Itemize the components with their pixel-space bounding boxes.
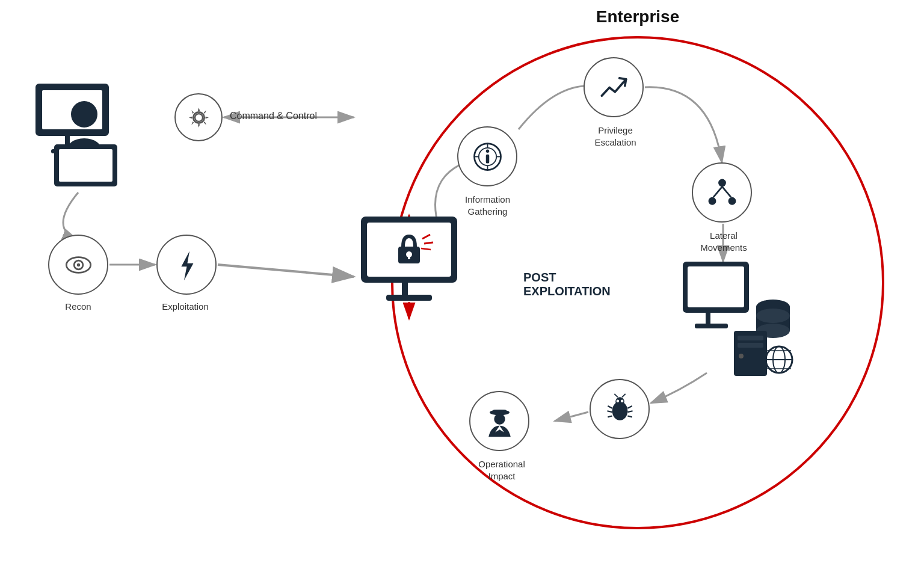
command-control-label: Command & Control bbox=[230, 110, 350, 123]
svg-line-70 bbox=[608, 416, 612, 417]
svg-rect-37 bbox=[485, 154, 489, 163]
bug-circle bbox=[590, 379, 650, 439]
svg-point-78 bbox=[494, 413, 505, 424]
attacker-icon bbox=[24, 78, 144, 186]
operational-impact-label: OperationalImpact bbox=[460, 458, 544, 482]
diagram-container: Enterprise bbox=[0, 0, 924, 575]
svg-rect-30 bbox=[408, 254, 410, 259]
svg-line-73 bbox=[627, 416, 632, 417]
enterprise-circle bbox=[391, 36, 884, 529]
svg-point-36 bbox=[485, 149, 489, 153]
info-gathering-label: InformationGathering bbox=[450, 194, 525, 217]
svg-line-71 bbox=[627, 406, 632, 408]
svg-line-45 bbox=[713, 186, 722, 197]
svg-point-43 bbox=[708, 197, 716, 204]
svg-rect-57 bbox=[738, 343, 763, 348]
enterprise-label: Enterprise bbox=[391, 7, 884, 26]
recon-circle bbox=[48, 235, 108, 295]
svg-line-68 bbox=[608, 406, 612, 408]
svg-point-15 bbox=[71, 101, 97, 128]
svg-rect-48 bbox=[688, 266, 744, 307]
command-control-circle bbox=[174, 93, 223, 141]
svg-point-66 bbox=[616, 399, 619, 402]
central-computer-icon bbox=[355, 214, 463, 304]
privilege-escalation-circle bbox=[584, 57, 644, 117]
post-exploitation-label: POSTEXPLOITATION bbox=[523, 271, 611, 298]
svg-point-22 bbox=[76, 263, 80, 266]
svg-point-58 bbox=[739, 354, 744, 358]
svg-line-75 bbox=[622, 393, 626, 397]
recon-label: Recon bbox=[48, 301, 108, 313]
svg-point-42 bbox=[718, 179, 726, 186]
svg-marker-23 bbox=[181, 251, 193, 280]
svg-line-46 bbox=[722, 186, 731, 197]
svg-point-44 bbox=[728, 197, 736, 204]
svg-rect-50 bbox=[695, 324, 728, 328]
svg-point-19 bbox=[195, 114, 203, 121]
svg-line-74 bbox=[614, 393, 618, 397]
privilege-escalation-label: PrivilegeEscalation bbox=[576, 125, 654, 148]
svg-rect-26 bbox=[402, 283, 408, 296]
svg-rect-77 bbox=[493, 410, 506, 414]
svg-rect-27 bbox=[386, 295, 432, 301]
svg-line-5 bbox=[218, 265, 354, 277]
svg-rect-17 bbox=[59, 149, 112, 182]
operational-impact-circle bbox=[469, 391, 529, 451]
exploitation-label: Exploitation bbox=[149, 301, 221, 313]
svg-line-32 bbox=[424, 242, 433, 244]
info-gathering-circle bbox=[457, 126, 517, 186]
svg-rect-49 bbox=[706, 313, 710, 325]
exploitation-circle bbox=[156, 235, 217, 295]
svg-point-54 bbox=[756, 309, 790, 323]
svg-line-69 bbox=[607, 411, 612, 412]
lateral-movements-circle bbox=[692, 162, 752, 223]
svg-rect-56 bbox=[738, 336, 763, 340]
lateral-movements-label: LateralMovements bbox=[685, 230, 763, 253]
server-group-icon bbox=[680, 259, 800, 379]
svg-line-72 bbox=[627, 411, 632, 412]
svg-point-67 bbox=[620, 399, 623, 402]
